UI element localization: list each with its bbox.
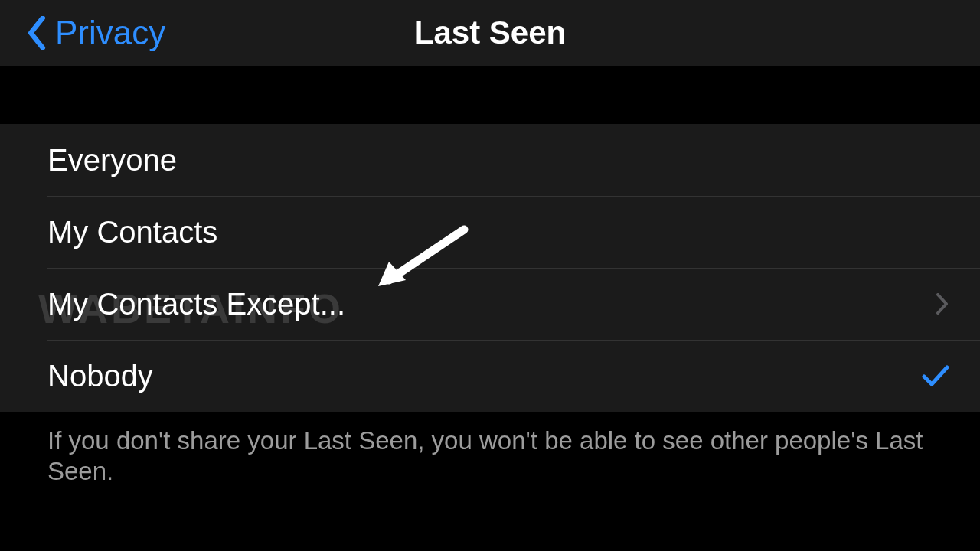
option-label: Nobody <box>47 359 153 393</box>
option-label: Everyone <box>47 143 177 178</box>
chevron-right-icon <box>936 292 949 315</box>
page-title: Last Seen <box>414 15 566 51</box>
options-list: Everyone My Contacts My Contacts Except.… <box>0 124 980 412</box>
option-label: My Contacts Except... <box>47 287 345 321</box>
option-label: My Contacts <box>47 215 217 249</box>
checkmark-icon <box>922 364 949 387</box>
section-spacer <box>0 66 980 124</box>
back-button[interactable]: Privacy <box>0 14 165 52</box>
navbar: Privacy Last Seen <box>0 0 980 66</box>
chevron-left-icon <box>26 16 47 50</box>
option-my-contacts-except[interactable]: My Contacts Except... <box>0 268 980 340</box>
footer-note: If you don't share your Last Seen, you w… <box>0 412 980 487</box>
option-everyone[interactable]: Everyone <box>0 124 980 196</box>
option-nobody[interactable]: Nobody <box>0 340 980 412</box>
back-label: Privacy <box>55 14 165 52</box>
option-my-contacts[interactable]: My Contacts <box>0 196 980 268</box>
